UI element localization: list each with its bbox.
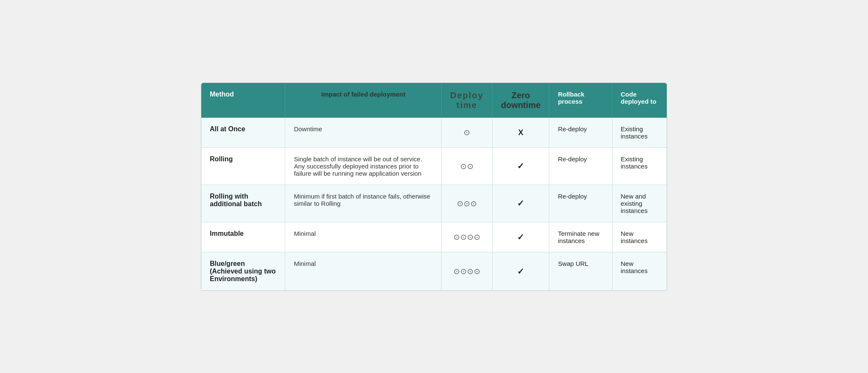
- header-rollback: Rollback process: [549, 83, 612, 118]
- clock-icon: ⊙: [464, 128, 470, 137]
- cell-zero-downtime: X: [492, 118, 549, 148]
- cell-code-deployed: New instances: [612, 222, 667, 252]
- checkmark-icon: ✓: [517, 161, 524, 171]
- table-row: RollingSingle batch of instance will be …: [201, 147, 667, 185]
- cross-icon: X: [518, 128, 523, 137]
- cell-deploy-time: ⊙⊙: [442, 147, 492, 185]
- cell-deploy-time: ⊙: [442, 118, 492, 148]
- table-header-row: Method Impact of failed deployment Deplo…: [201, 83, 667, 118]
- checkmark-icon: ✓: [517, 199, 524, 208]
- cell-rollback: Re-deploy: [549, 118, 612, 148]
- cell-rollback: Re-deploy: [549, 147, 612, 185]
- deployment-comparison-table: Method Impact of failed deployment Deplo…: [201, 83, 667, 291]
- header-impact: Impact of failed deployment: [285, 83, 442, 118]
- cell-code-deployed: Existing instances: [612, 118, 667, 148]
- checkmark-icon: ✓: [517, 232, 524, 242]
- cell-rollback: Re-deploy: [549, 185, 612, 222]
- header-code-deployed: Code deployed to: [612, 83, 667, 118]
- header-method: Method: [201, 83, 285, 118]
- cell-deploy-time: ⊙⊙⊙⊙: [442, 222, 492, 252]
- cell-zero-downtime: ✓: [492, 222, 549, 252]
- header-zero-downtime: Zero downtime: [492, 83, 549, 118]
- table-row: Rolling with additional batchMinimum if …: [201, 185, 667, 222]
- cell-deploy-time: ⊙⊙⊙: [442, 185, 492, 222]
- cell-impact: Downtime: [285, 118, 442, 148]
- cell-method: All at Once: [201, 118, 285, 148]
- cell-rollback: Swap URL: [549, 252, 612, 290]
- table-row: Blue/green (Achieved using two Environme…: [201, 252, 667, 290]
- cell-code-deployed: New and existing instances: [612, 185, 667, 222]
- cell-method: Blue/green (Achieved using two Environme…: [201, 252, 285, 290]
- clock-icon: ⊙⊙: [460, 162, 474, 171]
- cell-impact: Single batch of instance will be out of …: [285, 147, 442, 185]
- cell-code-deployed: New instances: [612, 252, 667, 290]
- clock-icon: ⊙⊙⊙⊙: [453, 267, 481, 276]
- table-row: ImmutableMinimal⊙⊙⊙⊙✓Terminate new insta…: [201, 222, 667, 252]
- cell-impact: Minimal: [285, 252, 442, 290]
- cell-zero-downtime: ✓: [492, 185, 549, 222]
- cell-zero-downtime: ✓: [492, 252, 549, 290]
- table-row: All at OnceDowntime⊙XRe-deployExisting i…: [201, 118, 667, 148]
- clock-icon: ⊙⊙⊙⊙: [453, 232, 481, 242]
- checkmark-icon: ✓: [517, 267, 524, 276]
- cell-method: Rolling: [201, 147, 285, 185]
- cell-code-deployed: Existing instances: [612, 147, 667, 185]
- cell-method: Immutable: [201, 222, 285, 252]
- cell-impact: Minimal: [285, 222, 442, 252]
- cell-zero-downtime: ✓: [492, 147, 549, 185]
- cell-rollback: Terminate new instances: [549, 222, 612, 252]
- cell-impact: Minimum if first batch of instance fails…: [285, 185, 442, 222]
- cell-method: Rolling with additional batch: [201, 185, 285, 222]
- clock-icon: ⊙⊙⊙: [457, 199, 477, 208]
- cell-deploy-time: ⊙⊙⊙⊙: [442, 252, 492, 290]
- header-deploy-time: Deploy time: [442, 83, 492, 118]
